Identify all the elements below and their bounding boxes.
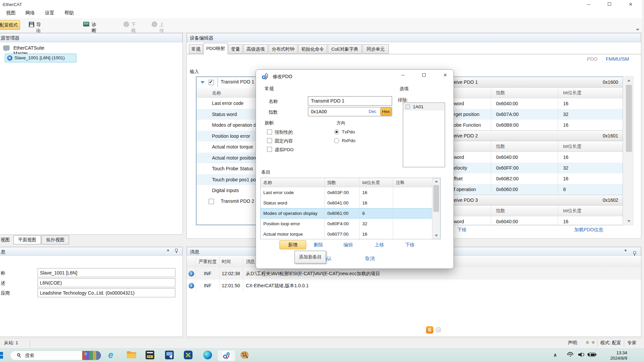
entry-row[interactable]: Actual motor torque0x6077:0016	[261, 229, 432, 239]
dir-txpdo-label: TxPdo	[342, 129, 355, 134]
explorer-panel	[0, 33, 183, 235]
scroll-up-icon[interactable]	[627, 79, 631, 81]
scroll-thumb[interactable]	[433, 185, 439, 212]
exclude-item[interactable]: 1A01	[404, 103, 444, 111]
tab-coe-dictionary[interactable]: CoE对象字典	[328, 44, 362, 54]
tab-pdo-mapping[interactable]: PDO映射	[204, 43, 228, 54]
move-up-button[interactable]: 上移	[375, 242, 384, 248]
wifi-icon[interactable]	[567, 352, 574, 357]
tab-general[interactable]: 常规	[189, 44, 203, 54]
paint-icon[interactable]	[240, 351, 249, 359]
scroll-down-icon[interactable]	[435, 235, 438, 237]
cx-ethercat-taskbar-active[interactable]	[217, 350, 235, 361]
dialog-minimize-button[interactable]: ─	[397, 72, 409, 78]
remote-desktop-icon[interactable]	[165, 351, 174, 359]
flag-virtual-checkbox[interactable]	[267, 147, 272, 152]
exclude-list[interactable]: 1A01	[403, 103, 445, 167]
message-row[interactable]: i INF 12:02:38 从D:\工程夹\AVI检测\ESI(E-CAT)\…	[187, 267, 641, 280]
rx-move-down-link[interactable]: 下移	[457, 227, 467, 233]
menu-item-view[interactable]: 视图	[6, 10, 15, 16]
flag-mandatory-checkbox[interactable]	[267, 129, 272, 134]
dir-txpdo-radio[interactable]	[334, 129, 339, 134]
expand-arrow-icon[interactable]	[201, 81, 205, 84]
tab-sync-units[interactable]: 同步单元	[363, 44, 389, 54]
tray-chevron-up-icon[interactable]: ∧	[553, 352, 557, 358]
load-pdo-info-link[interactable]: 加载PDO信息	[574, 227, 603, 233]
dec-toggle[interactable]: Dec	[369, 109, 376, 114]
explorer-header-label: 源管理器	[0, 35, 19, 41]
entry-row-selected[interactable]: Modes of operation display0x6061:008	[261, 208, 432, 219]
options-section-label: 选项	[399, 86, 409, 92]
link-fmmu-sm[interactable]: FMMU/SM	[606, 56, 629, 62]
volume-icon[interactable]	[578, 352, 585, 357]
sogou-ime-icon[interactable]: S	[426, 326, 433, 334]
dialog-maximize-button[interactable]	[422, 73, 426, 77]
pdo-name-input[interactable]	[308, 96, 392, 106]
info-pin-icon[interactable]	[175, 249, 178, 251]
info-vendor-value[interactable]: Leadshine Technology Co.,Ltd. (0x0000432…	[38, 288, 175, 297]
link-pdo[interactable]: PDO	[587, 56, 597, 62]
hex-toggle[interactable]: Hex	[380, 108, 391, 116]
upload-label: 上传	[159, 22, 164, 34]
scroll-thumb[interactable]	[626, 85, 632, 152]
label-tool-icon[interactable]	[146, 351, 154, 359]
scroll-down-icon[interactable]	[627, 220, 631, 222]
pdo-index-input[interactable]	[308, 107, 392, 116]
search-box[interactable]: 搜索	[10, 351, 101, 360]
minimize-button[interactable]: ─	[584, 2, 594, 7]
scroll-up-icon[interactable]	[435, 180, 438, 182]
clock[interactable]: 13:34 2024/8/9	[597, 350, 627, 361]
battery-icon[interactable]	[588, 353, 596, 357]
info-name-value[interactable]: Slave_1001 [L6N]	[38, 268, 175, 277]
delete-entry-button[interactable]: 删除	[314, 242, 323, 248]
ie-icon[interactable]: e	[106, 350, 115, 360]
messages-pin-icon[interactable]	[633, 251, 636, 254]
edit-entry-button[interactable]: 编辑	[343, 242, 353, 248]
entries-scrollbar[interactable]	[432, 178, 440, 239]
info-header-label: 息	[0, 249, 5, 254]
add-entry-button[interactable]: 新增	[279, 240, 306, 249]
close-button[interactable]: ✕	[626, 2, 636, 7]
slave-icon	[7, 55, 12, 61]
rx-scrollbar[interactable]	[625, 76, 633, 225]
entry-row[interactable]: Status word0x6041:0016	[261, 198, 432, 208]
maximize-button[interactable]	[608, 2, 611, 6]
config-mode-button[interactable]: 配置模式	[0, 20, 20, 30]
direction-section-label: 方向	[336, 120, 345, 126]
tab-flat-view[interactable]: 平面视图	[13, 235, 41, 244]
info-desc-value[interactable]: L6N(COE)	[38, 278, 175, 287]
tab-variables[interactable]: 变量	[228, 44, 243, 54]
tab-distributed-clock[interactable]: 分布式时钟	[269, 44, 298, 54]
tx-pdo1-checkbox[interactable]	[209, 80, 214, 85]
tab-topology-view[interactable]: 拓扑视图	[42, 235, 69, 244]
entry-row[interactable]: Last error code0x603F:0016	[261, 187, 432, 198]
ime-toolbox-icon[interactable]	[436, 327, 441, 332]
x-app-icon[interactable]	[184, 351, 193, 359]
menu-item-settings[interactable]: 设置	[45, 10, 54, 16]
cancel-button[interactable]: 取消	[365, 256, 375, 262]
info-name-label: 称	[1, 270, 5, 276]
edge-icon[interactable]	[203, 351, 212, 359]
move-down-button[interactable]: 下移	[405, 242, 415, 248]
tab-advanced-options[interactable]: 高级选项	[243, 44, 268, 54]
start-button[interactable]	[0, 352, 3, 359]
messages-collapse-icon[interactable]: ▾	[625, 248, 627, 253]
menu-item-network[interactable]: 网络	[25, 10, 35, 16]
flag-fixed-checkbox[interactable]	[267, 138, 272, 143]
entry-row[interactable]: Position loop error0x60F4:0032	[261, 219, 432, 229]
toolbar-overflow-chevron[interactable]	[636, 29, 639, 31]
message-row[interactable]: i INF 12:01:50 CX-EtherCAT就绪,版本1.0.0.1	[187, 280, 641, 292]
file-explorer-icon[interactable]	[127, 351, 136, 359]
search-daily-image[interactable]	[82, 351, 101, 360]
dialog-close-button[interactable]: ✕	[439, 72, 451, 78]
slave-count: 从站: 1	[4, 340, 18, 346]
dir-rxpdo-radio[interactable]	[334, 138, 339, 143]
tree-item-slave[interactable]: Slave_1001 [L6N] (1001)	[5, 54, 76, 62]
menu-item-help[interactable]: 帮助	[64, 10, 74, 16]
entries-section-label: 条目	[261, 169, 270, 175]
exclude-item-checkbox[interactable]	[406, 105, 410, 109]
tab-init-commands[interactable]: 初始化命令	[298, 44, 327, 54]
info-collapse-icon[interactable]: ▾	[167, 248, 169, 253]
tx-pdo2-checkbox[interactable]	[209, 199, 214, 204]
clock-time: 13:34	[597, 350, 627, 356]
